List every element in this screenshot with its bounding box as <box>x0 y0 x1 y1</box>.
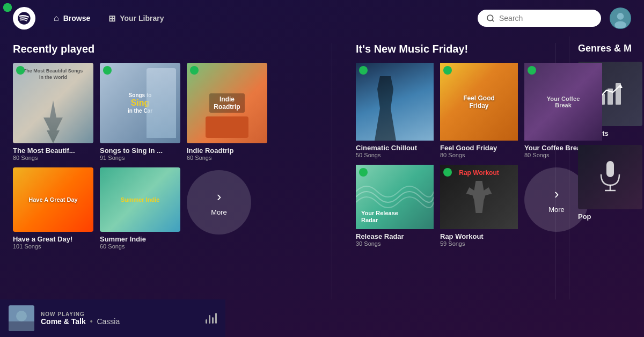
release-img: Your ReleaseRadar <box>356 165 434 229</box>
pop-img <box>578 145 642 209</box>
workout-title: Rap Workout <box>440 232 518 240</box>
search-icon <box>486 14 495 23</box>
day-title: Have a Great Day! <box>13 235 93 243</box>
library-icon: ⊞ <box>108 13 115 24</box>
pop-label: Pop <box>578 213 644 221</box>
cinematic-sub: 50 Songs <box>356 152 434 158</box>
coffee-img: Your CoffeeBreak <box>524 63 602 141</box>
track-art <box>9 305 34 331</box>
search-input[interactable] <box>499 14 592 23</box>
release-sub: 30 Songs <box>356 240 434 247</box>
eq-bar-3 <box>212 317 214 324</box>
workout-silhouette <box>463 181 495 213</box>
person-silhouette <box>372 76 399 141</box>
section-divider <box>332 43 332 299</box>
spotify-indicator <box>190 66 199 75</box>
spotify-indicator <box>443 168 452 177</box>
cinematic-img <box>356 63 434 141</box>
card-day[interactable]: Have A Great Day Have a Great Day! 101 S… <box>13 167 93 250</box>
now-playing-info: NOW PLAYING Come & Talk • Cassia <box>41 311 199 326</box>
eq-bar-1 <box>206 319 207 324</box>
feelgood-title: Feel Good Friday <box>440 144 518 152</box>
workout-img: Rap Workout <box>440 165 518 229</box>
svg-rect-10 <box>606 161 614 177</box>
beautiful-sub: 80 Songs <box>13 155 93 161</box>
now-playing-track: Come & Talk • Cassia <box>41 317 199 326</box>
artist-name: Cassia <box>97 317 120 326</box>
library-button[interactable]: ⊞ Your Library <box>108 13 164 24</box>
van-shape <box>206 116 248 138</box>
genres-title: Genres & M <box>578 43 644 54</box>
eq-bar-4 <box>215 313 217 324</box>
svg-rect-14 <box>9 321 34 331</box>
sing-img: Songs to Sing in the Car <box>100 63 180 143</box>
summer-sub: 60 Songs <box>100 243 180 250</box>
day-img: Have A Great Day <box>13 167 93 232</box>
svg-point-15 <box>16 311 27 321</box>
home-icon: ⌂ <box>54 13 59 23</box>
workout-sub: 59 Songs <box>440 240 518 247</box>
beautiful-title: The Most Beautif... <box>13 146 93 155</box>
spotify-logo[interactable] <box>13 7 35 30</box>
card-sing[interactable]: Songs to Sing in the Car Songs to Sing i… <box>100 63 180 161</box>
feelgood-sub: 80 Songs <box>440 152 518 158</box>
new-music-section: It's New Music Friday! Cinematic Chillou… <box>345 36 543 299</box>
card-workout[interactable]: Rap Workout Rap Workout 59 Songs <box>440 165 518 247</box>
svg-point-1 <box>487 15 493 21</box>
nav-right <box>478 8 631 29</box>
search-bar[interactable] <box>478 10 601 27</box>
svg-line-2 <box>492 20 494 21</box>
summer-img: Summer Indie <box>100 167 180 232</box>
spotify-indicator <box>528 66 536 75</box>
spotify-indicator <box>16 66 25 75</box>
nmf-more-label: More <box>548 206 565 214</box>
spotify-indicator <box>359 168 368 177</box>
spotify-indicator <box>359 66 368 75</box>
track-name: Come & Talk <box>41 317 86 326</box>
new-music-title: It's New Music Friday! <box>356 43 543 55</box>
now-playing-bar: NOW PLAYING Come & Talk • Cassia <box>0 299 225 337</box>
genre-pop[interactable]: Pop <box>578 145 644 221</box>
eq-bar-2 <box>209 315 210 324</box>
card-summer[interactable]: Summer Indie Summer Indie 60 Songs <box>100 167 180 250</box>
chevron-right-icon: › <box>217 188 222 205</box>
summer-title: Summer Indie <box>100 235 180 243</box>
recently-played-section: Recently played The Most Beautiful Songs… <box>13 36 319 299</box>
main-content: Recently played The Most Beautiful Songs… <box>0 36 644 299</box>
recently-played-title: Recently played <box>13 43 319 55</box>
library-label: Your Library <box>120 14 164 23</box>
card-cinematic[interactable]: Cinematic Chillout 50 Songs <box>356 63 434 158</box>
browse-button[interactable]: ⌂ Browse <box>44 9 100 27</box>
more-label: More <box>211 208 227 216</box>
sing-title: Songs to Sing in ... <box>100 146 180 155</box>
indie-title: Indie Roadtrip <box>187 146 267 155</box>
separator: • <box>90 317 93 326</box>
spotify-indicator <box>443 66 452 75</box>
now-playing-label: NOW PLAYING <box>41 311 199 317</box>
release-title: Release Radar <box>356 232 434 240</box>
cinematic-title: Cinematic Chillout <box>356 144 434 152</box>
card-beautiful[interactable]: The Most Beautiful Songs in the World Th… <box>13 63 93 161</box>
sing-sub: 91 Songs <box>100 155 180 161</box>
tree-decoration <box>37 100 69 143</box>
indie-img: IndieRoadtrip <box>187 63 267 143</box>
card-release[interactable]: Your ReleaseRadar Release Radar 30 Songs <box>356 165 434 247</box>
avatar[interactable] <box>610 8 631 29</box>
equalizer-bars <box>206 313 217 324</box>
nav-bar: ⌂ Browse ⊞ Your Library <box>0 0 644 36</box>
chevron-right-icon: › <box>554 186 559 202</box>
card-feelgood[interactable]: Feel GoodFriday Feel Good Friday 80 Song… <box>440 63 518 158</box>
more-button-left[interactable]: › More <box>187 170 251 235</box>
person-bg <box>147 68 176 138</box>
day-sub: 101 Songs <box>13 243 93 250</box>
svg-point-4 <box>617 13 624 20</box>
spotify-indicator <box>103 66 112 75</box>
card-indie[interactable]: IndieRoadtrip Indie Roadtrip 60 Songs <box>187 63 267 161</box>
browse-label: Browse <box>63 14 91 23</box>
feelgood-img: Feel GoodFriday <box>440 63 518 141</box>
indie-sub: 60 Songs <box>187 155 267 161</box>
now-playing-thumbnail <box>9 305 34 331</box>
mic-icon <box>597 158 624 196</box>
beautiful-img: The Most Beautiful Songs in the World <box>13 63 93 143</box>
